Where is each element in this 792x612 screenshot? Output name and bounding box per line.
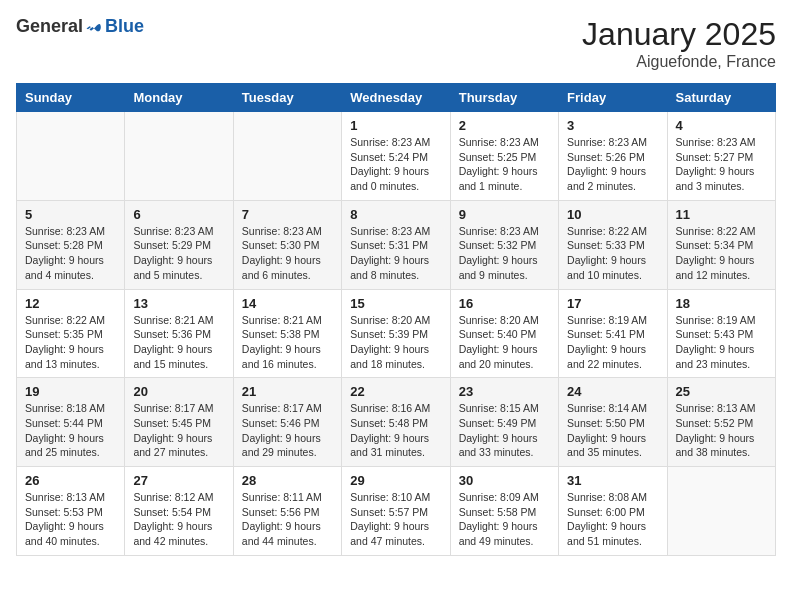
day-info: Sunrise: 8:17 AM Sunset: 5:46 PM Dayligh… (242, 401, 333, 460)
calendar-day-cell: 13Sunrise: 8:21 AM Sunset: 5:36 PM Dayli… (125, 289, 233, 378)
day-number: 6 (133, 207, 224, 222)
day-number: 7 (242, 207, 333, 222)
calendar-day-cell: 26Sunrise: 8:13 AM Sunset: 5:53 PM Dayli… (17, 467, 125, 556)
day-info: Sunrise: 8:21 AM Sunset: 5:36 PM Dayligh… (133, 313, 224, 372)
day-info: Sunrise: 8:23 AM Sunset: 5:26 PM Dayligh… (567, 135, 658, 194)
calendar-day-cell: 30Sunrise: 8:09 AM Sunset: 5:58 PM Dayli… (450, 467, 558, 556)
day-number: 27 (133, 473, 224, 488)
calendar-day-cell: 14Sunrise: 8:21 AM Sunset: 5:38 PM Dayli… (233, 289, 341, 378)
day-info: Sunrise: 8:20 AM Sunset: 5:40 PM Dayligh… (459, 313, 550, 372)
day-info: Sunrise: 8:22 AM Sunset: 5:33 PM Dayligh… (567, 224, 658, 283)
calendar-week-row: 19Sunrise: 8:18 AM Sunset: 5:44 PM Dayli… (17, 378, 776, 467)
logo: General Blue (16, 16, 144, 37)
day-info: Sunrise: 8:14 AM Sunset: 5:50 PM Dayligh… (567, 401, 658, 460)
day-info: Sunrise: 8:18 AM Sunset: 5:44 PM Dayligh… (25, 401, 116, 460)
calendar-day-cell: 11Sunrise: 8:22 AM Sunset: 5:34 PM Dayli… (667, 200, 775, 289)
calendar-day-cell: 29Sunrise: 8:10 AM Sunset: 5:57 PM Dayli… (342, 467, 450, 556)
day-number: 4 (676, 118, 767, 133)
day-number: 29 (350, 473, 441, 488)
calendar-day-cell: 17Sunrise: 8:19 AM Sunset: 5:41 PM Dayli… (559, 289, 667, 378)
calendar-day-cell: 23Sunrise: 8:15 AM Sunset: 5:49 PM Dayli… (450, 378, 558, 467)
day-info: Sunrise: 8:23 AM Sunset: 5:29 PM Dayligh… (133, 224, 224, 283)
day-info: Sunrise: 8:13 AM Sunset: 5:52 PM Dayligh… (676, 401, 767, 460)
calendar-day-cell: 18Sunrise: 8:19 AM Sunset: 5:43 PM Dayli… (667, 289, 775, 378)
calendar-day-cell: 8Sunrise: 8:23 AM Sunset: 5:31 PM Daylig… (342, 200, 450, 289)
calendar-day-cell: 16Sunrise: 8:20 AM Sunset: 5:40 PM Dayli… (450, 289, 558, 378)
day-info: Sunrise: 8:23 AM Sunset: 5:25 PM Dayligh… (459, 135, 550, 194)
weekday-header-row: SundayMondayTuesdayWednesdayThursdayFrid… (17, 84, 776, 112)
calendar-day-cell: 31Sunrise: 8:08 AM Sunset: 6:00 PM Dayli… (559, 467, 667, 556)
day-number: 14 (242, 296, 333, 311)
day-number: 1 (350, 118, 441, 133)
calendar-day-cell: 12Sunrise: 8:22 AM Sunset: 5:35 PM Dayli… (17, 289, 125, 378)
day-number: 5 (25, 207, 116, 222)
day-info: Sunrise: 8:10 AM Sunset: 5:57 PM Dayligh… (350, 490, 441, 549)
day-number: 9 (459, 207, 550, 222)
calendar-week-row: 1Sunrise: 8:23 AM Sunset: 5:24 PM Daylig… (17, 112, 776, 201)
day-number: 13 (133, 296, 224, 311)
weekday-header-wednesday: Wednesday (342, 84, 450, 112)
calendar-day-cell: 15Sunrise: 8:20 AM Sunset: 5:39 PM Dayli… (342, 289, 450, 378)
calendar-day-cell: 27Sunrise: 8:12 AM Sunset: 5:54 PM Dayli… (125, 467, 233, 556)
day-info: Sunrise: 8:23 AM Sunset: 5:28 PM Dayligh… (25, 224, 116, 283)
day-info: Sunrise: 8:08 AM Sunset: 6:00 PM Dayligh… (567, 490, 658, 549)
day-info: Sunrise: 8:19 AM Sunset: 5:41 PM Dayligh… (567, 313, 658, 372)
day-info: Sunrise: 8:23 AM Sunset: 5:31 PM Dayligh… (350, 224, 441, 283)
day-info: Sunrise: 8:12 AM Sunset: 5:54 PM Dayligh… (133, 490, 224, 549)
day-number: 23 (459, 384, 550, 399)
page-header: General Blue January 2025 Aiguefonde, Fr… (16, 16, 776, 71)
day-info: Sunrise: 8:17 AM Sunset: 5:45 PM Dayligh… (133, 401, 224, 460)
calendar-day-cell: 2Sunrise: 8:23 AM Sunset: 5:25 PM Daylig… (450, 112, 558, 201)
calendar-day-cell: 20Sunrise: 8:17 AM Sunset: 5:45 PM Dayli… (125, 378, 233, 467)
day-number: 22 (350, 384, 441, 399)
title-block: January 2025 Aiguefonde, France (582, 16, 776, 71)
day-number: 24 (567, 384, 658, 399)
calendar-table: SundayMondayTuesdayWednesdayThursdayFrid… (16, 83, 776, 556)
calendar-day-cell: 9Sunrise: 8:23 AM Sunset: 5:32 PM Daylig… (450, 200, 558, 289)
empty-cell (233, 112, 341, 201)
day-number: 2 (459, 118, 550, 133)
calendar-day-cell: 22Sunrise: 8:16 AM Sunset: 5:48 PM Dayli… (342, 378, 450, 467)
day-number: 12 (25, 296, 116, 311)
calendar-day-cell: 28Sunrise: 8:11 AM Sunset: 5:56 PM Dayli… (233, 467, 341, 556)
day-info: Sunrise: 8:15 AM Sunset: 5:49 PM Dayligh… (459, 401, 550, 460)
calendar-week-row: 26Sunrise: 8:13 AM Sunset: 5:53 PM Dayli… (17, 467, 776, 556)
weekday-header-sunday: Sunday (17, 84, 125, 112)
weekday-header-saturday: Saturday (667, 84, 775, 112)
day-number: 18 (676, 296, 767, 311)
day-number: 20 (133, 384, 224, 399)
calendar-day-cell: 6Sunrise: 8:23 AM Sunset: 5:29 PM Daylig… (125, 200, 233, 289)
calendar-week-row: 12Sunrise: 8:22 AM Sunset: 5:35 PM Dayli… (17, 289, 776, 378)
logo-general-text: General (16, 16, 83, 37)
day-number: 11 (676, 207, 767, 222)
calendar-day-cell: 24Sunrise: 8:14 AM Sunset: 5:50 PM Dayli… (559, 378, 667, 467)
calendar-day-cell: 4Sunrise: 8:23 AM Sunset: 5:27 PM Daylig… (667, 112, 775, 201)
day-number: 19 (25, 384, 116, 399)
calendar-day-cell: 1Sunrise: 8:23 AM Sunset: 5:24 PM Daylig… (342, 112, 450, 201)
month-title: January 2025 (582, 16, 776, 53)
day-number: 3 (567, 118, 658, 133)
location-title: Aiguefonde, France (582, 53, 776, 71)
day-number: 15 (350, 296, 441, 311)
calendar-week-row: 5Sunrise: 8:23 AM Sunset: 5:28 PM Daylig… (17, 200, 776, 289)
day-info: Sunrise: 8:22 AM Sunset: 5:35 PM Dayligh… (25, 313, 116, 372)
day-number: 28 (242, 473, 333, 488)
empty-cell (125, 112, 233, 201)
calendar-day-cell: 3Sunrise: 8:23 AM Sunset: 5:26 PM Daylig… (559, 112, 667, 201)
day-info: Sunrise: 8:23 AM Sunset: 5:27 PM Dayligh… (676, 135, 767, 194)
day-info: Sunrise: 8:22 AM Sunset: 5:34 PM Dayligh… (676, 224, 767, 283)
calendar-day-cell: 10Sunrise: 8:22 AM Sunset: 5:33 PM Dayli… (559, 200, 667, 289)
day-number: 26 (25, 473, 116, 488)
day-info: Sunrise: 8:21 AM Sunset: 5:38 PM Dayligh… (242, 313, 333, 372)
logo-bird-icon (85, 18, 103, 36)
calendar-day-cell: 5Sunrise: 8:23 AM Sunset: 5:28 PM Daylig… (17, 200, 125, 289)
calendar-day-cell: 19Sunrise: 8:18 AM Sunset: 5:44 PM Dayli… (17, 378, 125, 467)
empty-cell (667, 467, 775, 556)
empty-cell (17, 112, 125, 201)
day-number: 10 (567, 207, 658, 222)
day-number: 31 (567, 473, 658, 488)
day-number: 17 (567, 296, 658, 311)
day-info: Sunrise: 8:19 AM Sunset: 5:43 PM Dayligh… (676, 313, 767, 372)
day-info: Sunrise: 8:23 AM Sunset: 5:32 PM Dayligh… (459, 224, 550, 283)
day-number: 8 (350, 207, 441, 222)
